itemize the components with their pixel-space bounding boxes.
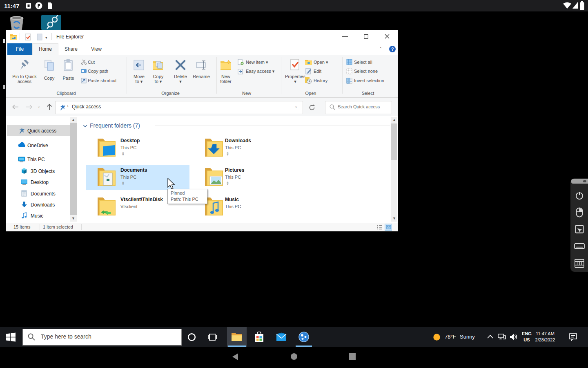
svg-text:?: ?	[391, 47, 394, 52]
